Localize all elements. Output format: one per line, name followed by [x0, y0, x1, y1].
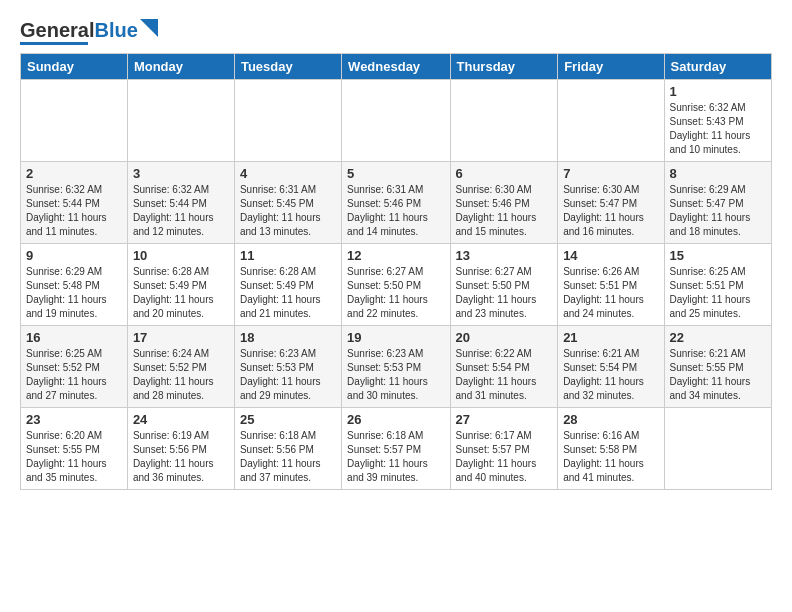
day-info: Sunrise: 6:25 AM Sunset: 5:51 PM Dayligh…	[670, 265, 766, 321]
calendar-cell: 8Sunrise: 6:29 AM Sunset: 5:47 PM Daylig…	[664, 162, 771, 244]
day-info: Sunrise: 6:30 AM Sunset: 5:47 PM Dayligh…	[563, 183, 658, 239]
day-number: 2	[26, 166, 122, 181]
day-number: 14	[563, 248, 658, 263]
logo: General Blue	[20, 20, 158, 45]
calendar-week-4: 16Sunrise: 6:25 AM Sunset: 5:52 PM Dayli…	[21, 326, 772, 408]
day-number: 13	[456, 248, 553, 263]
svg-marker-0	[140, 19, 158, 37]
calendar-week-2: 2Sunrise: 6:32 AM Sunset: 5:44 PM Daylig…	[21, 162, 772, 244]
calendar-cell: 3Sunrise: 6:32 AM Sunset: 5:44 PM Daylig…	[127, 162, 234, 244]
day-number: 16	[26, 330, 122, 345]
day-number: 9	[26, 248, 122, 263]
day-number: 5	[347, 166, 444, 181]
day-info: Sunrise: 6:17 AM Sunset: 5:57 PM Dayligh…	[456, 429, 553, 485]
day-number: 7	[563, 166, 658, 181]
calendar-cell: 24Sunrise: 6:19 AM Sunset: 5:56 PM Dayli…	[127, 408, 234, 490]
day-number: 20	[456, 330, 553, 345]
day-number: 6	[456, 166, 553, 181]
day-number: 11	[240, 248, 336, 263]
day-info: Sunrise: 6:19 AM Sunset: 5:56 PM Dayligh…	[133, 429, 229, 485]
calendar-header-tuesday: Tuesday	[234, 54, 341, 80]
logo-underline	[20, 42, 88, 45]
day-number: 12	[347, 248, 444, 263]
calendar-cell: 13Sunrise: 6:27 AM Sunset: 5:50 PM Dayli…	[450, 244, 558, 326]
logo-arrow-icon	[140, 19, 158, 37]
calendar-cell: 4Sunrise: 6:31 AM Sunset: 5:45 PM Daylig…	[234, 162, 341, 244]
calendar-cell: 9Sunrise: 6:29 AM Sunset: 5:48 PM Daylig…	[21, 244, 128, 326]
calendar-cell: 22Sunrise: 6:21 AM Sunset: 5:55 PM Dayli…	[664, 326, 771, 408]
day-info: Sunrise: 6:27 AM Sunset: 5:50 PM Dayligh…	[347, 265, 444, 321]
calendar-cell: 19Sunrise: 6:23 AM Sunset: 5:53 PM Dayli…	[342, 326, 450, 408]
day-info: Sunrise: 6:18 AM Sunset: 5:56 PM Dayligh…	[240, 429, 336, 485]
day-info: Sunrise: 6:30 AM Sunset: 5:46 PM Dayligh…	[456, 183, 553, 239]
calendar-cell	[127, 80, 234, 162]
calendar-table: SundayMondayTuesdayWednesdayThursdayFrid…	[20, 53, 772, 490]
day-info: Sunrise: 6:23 AM Sunset: 5:53 PM Dayligh…	[240, 347, 336, 403]
calendar-cell: 28Sunrise: 6:16 AM Sunset: 5:58 PM Dayli…	[558, 408, 664, 490]
calendar-cell	[21, 80, 128, 162]
day-info: Sunrise: 6:22 AM Sunset: 5:54 PM Dayligh…	[456, 347, 553, 403]
calendar-cell: 20Sunrise: 6:22 AM Sunset: 5:54 PM Dayli…	[450, 326, 558, 408]
calendar-header-saturday: Saturday	[664, 54, 771, 80]
calendar-header-thursday: Thursday	[450, 54, 558, 80]
day-info: Sunrise: 6:21 AM Sunset: 5:54 PM Dayligh…	[563, 347, 658, 403]
calendar-header-friday: Friday	[558, 54, 664, 80]
day-number: 21	[563, 330, 658, 345]
day-number: 10	[133, 248, 229, 263]
day-number: 26	[347, 412, 444, 427]
day-info: Sunrise: 6:24 AM Sunset: 5:52 PM Dayligh…	[133, 347, 229, 403]
calendar-header-monday: Monday	[127, 54, 234, 80]
day-number: 27	[456, 412, 553, 427]
day-info: Sunrise: 6:28 AM Sunset: 5:49 PM Dayligh…	[240, 265, 336, 321]
day-info: Sunrise: 6:29 AM Sunset: 5:48 PM Dayligh…	[26, 265, 122, 321]
day-info: Sunrise: 6:32 AM Sunset: 5:43 PM Dayligh…	[670, 101, 766, 157]
day-number: 8	[670, 166, 766, 181]
calendar-cell	[234, 80, 341, 162]
calendar-cell: 17Sunrise: 6:24 AM Sunset: 5:52 PM Dayli…	[127, 326, 234, 408]
calendar-header-sunday: Sunday	[21, 54, 128, 80]
calendar-week-1: 1Sunrise: 6:32 AM Sunset: 5:43 PM Daylig…	[21, 80, 772, 162]
calendar-cell: 5Sunrise: 6:31 AM Sunset: 5:46 PM Daylig…	[342, 162, 450, 244]
day-info: Sunrise: 6:20 AM Sunset: 5:55 PM Dayligh…	[26, 429, 122, 485]
day-number: 3	[133, 166, 229, 181]
day-number: 19	[347, 330, 444, 345]
day-info: Sunrise: 6:31 AM Sunset: 5:46 PM Dayligh…	[347, 183, 444, 239]
calendar-cell: 21Sunrise: 6:21 AM Sunset: 5:54 PM Dayli…	[558, 326, 664, 408]
day-number: 15	[670, 248, 766, 263]
calendar-week-3: 9Sunrise: 6:29 AM Sunset: 5:48 PM Daylig…	[21, 244, 772, 326]
logo-text-blue: Blue	[94, 20, 137, 40]
calendar-cell: 11Sunrise: 6:28 AM Sunset: 5:49 PM Dayli…	[234, 244, 341, 326]
day-info: Sunrise: 6:28 AM Sunset: 5:49 PM Dayligh…	[133, 265, 229, 321]
calendar-cell	[664, 408, 771, 490]
day-info: Sunrise: 6:18 AM Sunset: 5:57 PM Dayligh…	[347, 429, 444, 485]
day-number: 28	[563, 412, 658, 427]
calendar-cell: 12Sunrise: 6:27 AM Sunset: 5:50 PM Dayli…	[342, 244, 450, 326]
calendar-cell: 26Sunrise: 6:18 AM Sunset: 5:57 PM Dayli…	[342, 408, 450, 490]
calendar-cell	[450, 80, 558, 162]
calendar-cell: 23Sunrise: 6:20 AM Sunset: 5:55 PM Dayli…	[21, 408, 128, 490]
day-info: Sunrise: 6:23 AM Sunset: 5:53 PM Dayligh…	[347, 347, 444, 403]
logo-text-general: General	[20, 20, 94, 40]
day-info: Sunrise: 6:26 AM Sunset: 5:51 PM Dayligh…	[563, 265, 658, 321]
day-info: Sunrise: 6:27 AM Sunset: 5:50 PM Dayligh…	[456, 265, 553, 321]
day-info: Sunrise: 6:32 AM Sunset: 5:44 PM Dayligh…	[26, 183, 122, 239]
calendar-cell: 27Sunrise: 6:17 AM Sunset: 5:57 PM Dayli…	[450, 408, 558, 490]
day-number: 1	[670, 84, 766, 99]
calendar-week-5: 23Sunrise: 6:20 AM Sunset: 5:55 PM Dayli…	[21, 408, 772, 490]
calendar-cell: 25Sunrise: 6:18 AM Sunset: 5:56 PM Dayli…	[234, 408, 341, 490]
calendar-cell: 7Sunrise: 6:30 AM Sunset: 5:47 PM Daylig…	[558, 162, 664, 244]
calendar-header-row: SundayMondayTuesdayWednesdayThursdayFrid…	[21, 54, 772, 80]
calendar-cell: 18Sunrise: 6:23 AM Sunset: 5:53 PM Dayli…	[234, 326, 341, 408]
day-info: Sunrise: 6:16 AM Sunset: 5:58 PM Dayligh…	[563, 429, 658, 485]
calendar-header-wednesday: Wednesday	[342, 54, 450, 80]
day-info: Sunrise: 6:32 AM Sunset: 5:44 PM Dayligh…	[133, 183, 229, 239]
day-info: Sunrise: 6:29 AM Sunset: 5:47 PM Dayligh…	[670, 183, 766, 239]
calendar-cell: 6Sunrise: 6:30 AM Sunset: 5:46 PM Daylig…	[450, 162, 558, 244]
day-info: Sunrise: 6:25 AM Sunset: 5:52 PM Dayligh…	[26, 347, 122, 403]
calendar-cell: 15Sunrise: 6:25 AM Sunset: 5:51 PM Dayli…	[664, 244, 771, 326]
day-number: 25	[240, 412, 336, 427]
calendar-cell	[558, 80, 664, 162]
calendar-cell: 14Sunrise: 6:26 AM Sunset: 5:51 PM Dayli…	[558, 244, 664, 326]
day-number: 24	[133, 412, 229, 427]
page-header: General Blue	[20, 16, 772, 45]
